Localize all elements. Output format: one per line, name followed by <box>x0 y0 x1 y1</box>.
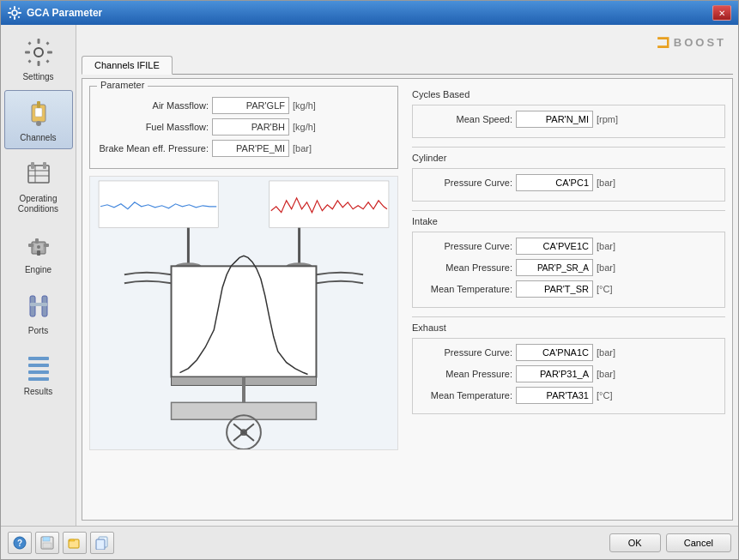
exhaust-mean-temp-unit: [°C] <box>597 390 627 400</box>
exhaust-pressure-curve-label: Pressure Curve: <box>418 347 512 358</box>
brand-area: ⊐ BOOST <box>82 30 733 56</box>
svg-rect-38 <box>28 357 49 360</box>
svg-text:?: ? <box>17 539 22 548</box>
main-layout: Settings Channels <box>1 25 738 526</box>
svg-rect-30 <box>28 244 33 247</box>
svg-rect-39 <box>28 364 49 367</box>
ports-icon <box>21 289 56 323</box>
engine-diagram <box>89 176 398 450</box>
sidebar-item-channels[interactable]: Channels <box>4 90 73 149</box>
save-button[interactable] <box>35 532 59 554</box>
svg-rect-20 <box>37 101 40 108</box>
fuel-massflow-row: Fuel Massflow: [kg/h] <box>97 118 391 135</box>
svg-rect-51 <box>172 402 317 419</box>
exhaust-mean-pressure-row: Mean Pressure: [bar] <box>418 365 719 382</box>
right-column: Cycles Based Mean Speed: [rpm] <box>412 86 725 513</box>
svg-rect-19 <box>35 108 42 117</box>
exhaust-mean-pressure-unit: [bar] <box>597 369 627 379</box>
svg-rect-42 <box>99 181 218 228</box>
exhaust-mean-temp-row: Mean Temperature: [°C] <box>418 387 719 404</box>
tab-bar: Channels IFILE <box>82 56 733 75</box>
svg-rect-10 <box>37 39 39 44</box>
exhaust-mean-temp-label: Mean Temperature: <box>418 390 512 400</box>
parameter-group-title: Parameter <box>97 80 148 90</box>
copy-button[interactable] <box>90 532 114 554</box>
svg-rect-2 <box>14 16 15 20</box>
brand-logo: ⊐ <box>656 32 670 52</box>
action-buttons: OK Cancel <box>609 533 731 552</box>
mean-speed-input[interactable] <box>516 111 593 128</box>
cycles-based-group: Mean Speed: [rpm] <box>412 105 725 138</box>
sidebar-item-settings[interactable]: Settings <box>4 29 73 88</box>
intake-pressure-curve-row: Pressure Curve: [bar] <box>418 238 719 255</box>
save-icon <box>40 536 54 550</box>
fuel-massflow-label: Fuel Massflow: <box>97 122 209 132</box>
mean-speed-label: Mean Speed: <box>418 114 512 124</box>
svg-rect-37 <box>30 303 47 306</box>
svg-rect-31 <box>44 244 49 247</box>
intake-mean-temp-unit: [°C] <box>597 284 627 294</box>
exhaust-pressure-curve-input[interactable] <box>516 344 593 361</box>
cylinder-pressure-unit: [bar] <box>597 178 627 188</box>
parameter-group: Parameter Air Massflow: [kg/h] Fuel Mass… <box>89 86 398 169</box>
svg-rect-12 <box>25 51 30 54</box>
tab-channels-ifile[interactable]: Channels IFILE <box>82 56 173 75</box>
left-column: Parameter Air Massflow: [kg/h] Fuel Mass… <box>89 86 398 513</box>
cancel-button[interactable]: Cancel <box>666 533 731 552</box>
titlebar-controls: ✕ <box>712 5 731 21</box>
intake-mean-pressure-input[interactable] <box>516 259 593 276</box>
cylinder-pressure-input[interactable] <box>516 174 593 191</box>
cylinder-pressure-label: Pressure Curve: <box>418 178 512 188</box>
fuel-massflow-input[interactable] <box>212 118 289 135</box>
app-icon <box>8 6 21 20</box>
panel: Parameter Air Massflow: [kg/h] Fuel Mass… <box>82 78 733 521</box>
air-massflow-row: Air Massflow: [kg/h] <box>97 97 391 114</box>
cylinder-pressure-row: Pressure Curve: [bar] <box>418 174 719 191</box>
cylinder-divider <box>412 147 725 148</box>
intake-mean-temp-row: Mean Temperature: [°C] <box>418 280 719 298</box>
operating-conditions-icon <box>21 157 56 191</box>
exhaust-mean-pressure-input[interactable] <box>516 365 593 382</box>
help-icon: ? <box>13 536 27 550</box>
svg-rect-5 <box>9 8 12 10</box>
air-massflow-label: Air Massflow: <box>97 100 209 111</box>
svg-rect-7 <box>9 16 12 19</box>
close-button[interactable]: ✕ <box>712 5 731 21</box>
open-button[interactable] <box>63 532 87 554</box>
svg-rect-8 <box>18 16 21 19</box>
exhaust-header: Exhaust <box>412 322 725 333</box>
sidebar-item-settings-label: Settings <box>22 72 53 82</box>
svg-rect-27 <box>43 162 46 169</box>
exhaust-group: Pressure Curve: [bar] Mean Pressure: [ba… <box>412 338 725 414</box>
intake-mean-pressure-label: Mean Pressure: <box>418 262 512 273</box>
panel-columns: Parameter Air Massflow: [kg/h] Fuel Mass… <box>89 86 725 513</box>
svg-rect-6 <box>18 8 21 10</box>
help-button[interactable]: ? <box>8 532 32 554</box>
ok-button[interactable]: OK <box>609 533 661 552</box>
exhaust-divider <box>412 316 725 317</box>
fuel-massflow-unit: [kg/h] <box>293 122 323 132</box>
mean-speed-unit: [rpm] <box>597 114 627 124</box>
sidebar: Settings Channels <box>1 25 76 526</box>
svg-rect-62 <box>43 543 51 548</box>
intake-header: Intake <box>412 216 725 226</box>
intake-group: Pressure Curve: [bar] Mean Pressure: [ba… <box>412 232 725 308</box>
exhaust-pressure-curve-row: Pressure Curve: [bar] <box>418 344 719 361</box>
intake-mean-temp-input[interactable] <box>516 280 593 298</box>
sidebar-item-ports[interactable]: Ports <box>4 283 73 342</box>
sidebar-item-operating-conditions[interactable]: Operating Conditions <box>4 151 73 220</box>
svg-rect-14 <box>27 41 31 45</box>
toolbar-buttons: ? <box>8 532 114 554</box>
results-icon <box>21 350 56 384</box>
svg-rect-11 <box>37 61 39 66</box>
sidebar-item-engine[interactable]: Engine <box>4 222 73 281</box>
settings-icon <box>21 35 56 69</box>
air-massflow-input[interactable] <box>212 97 289 114</box>
content-area: ⊐ BOOST Channels IFILE Parameter Air <box>76 25 738 526</box>
svg-rect-4 <box>18 12 21 14</box>
intake-pressure-curve-input[interactable] <box>516 238 593 255</box>
exhaust-mean-temp-input[interactable] <box>516 387 593 404</box>
exhaust-pressure-curve-unit: [bar] <box>597 347 627 358</box>
sidebar-item-results[interactable]: Results <box>4 344 73 403</box>
brake-pressure-input[interactable] <box>212 140 289 157</box>
